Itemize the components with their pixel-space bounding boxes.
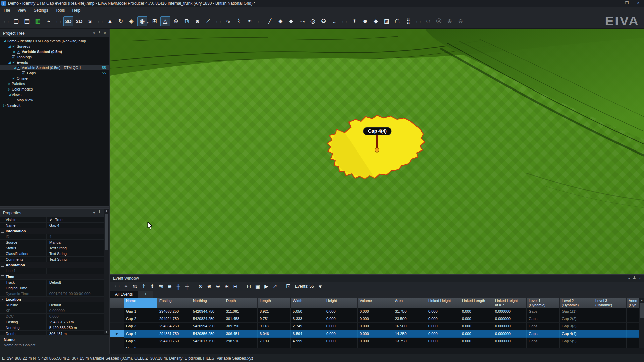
table-cell[interactable] xyxy=(560,345,593,348)
table-cell[interactable] xyxy=(593,315,627,323)
new-file-icon[interactable]: ▢ xyxy=(11,16,21,26)
table-cell[interactable]: 3.594 xyxy=(291,330,324,338)
copy-event-icon[interactable]: ⊡ xyxy=(245,283,253,290)
pin-icon[interactable]: ┸ xyxy=(633,276,636,281)
polygon-x-icon[interactable]: ✪ xyxy=(319,16,329,26)
profile-long-icon[interactable]: ≈ xyxy=(245,16,255,26)
cube-wireframe-icon[interactable]: ◈ xyxy=(126,16,137,26)
expander-closed-icon[interactable]: ▷ xyxy=(7,82,12,85)
table-cell[interactable]: 0.000 xyxy=(324,330,358,338)
table-cell[interactable]: 294554.250 xyxy=(157,323,191,330)
table-cell[interactable]: 3.333 xyxy=(291,315,324,323)
table-cell[interactable]: 0.000 xyxy=(460,308,493,315)
table-cell[interactable]: 5.050 xyxy=(291,308,324,315)
expander-open-icon[interactable]: ◢ xyxy=(7,61,12,64)
table-cell[interactable]: 5420944.750 xyxy=(191,308,224,315)
table-cell[interactable]: 0.000 xyxy=(324,308,358,315)
table-cell[interactable]: Gap 3 xyxy=(124,323,157,330)
tree-item[interactable]: ◢✓Events xyxy=(0,60,109,65)
brightness-icon[interactable]: ☀ xyxy=(350,16,360,26)
table-cell[interactable] xyxy=(627,308,639,315)
menu-item-file[interactable]: File xyxy=(0,7,14,14)
pin-horizontal-icon[interactable]: ↹ xyxy=(157,283,165,290)
table-cell[interactable]: 8.921 xyxy=(258,308,291,315)
table-cell[interactable]: 13.750 xyxy=(393,338,426,345)
table-cell[interactable]: 5420824.250 xyxy=(191,315,224,323)
view-3d-button[interactable]: 3D xyxy=(63,16,73,26)
expander-open-icon[interactable]: ◢ xyxy=(7,93,12,96)
table-cell[interactable]: 5420856.250 xyxy=(191,330,224,338)
lock-remove-icon[interactable]: ⊟ xyxy=(231,283,239,290)
property-group[interactable]: −Annotation xyxy=(0,262,109,268)
table-cell[interactable]: 0.000 xyxy=(358,338,393,345)
rect-caret-icon[interactable]: ⌅ xyxy=(329,16,339,26)
scrollbar-thumb[interactable] xyxy=(105,214,108,250)
pin-icon[interactable]: ┸ xyxy=(98,31,101,35)
table-cell[interactable]: 7.193 xyxy=(258,338,291,345)
table-cell[interactable] xyxy=(593,323,627,330)
tree-item[interactable]: ◢✓Variable Seabed (0.5m) - DTM QC 155 xyxy=(0,65,109,70)
table-cell[interactable]: Gap 4 xyxy=(124,330,157,338)
pin-icon[interactable]: ┸ xyxy=(98,210,101,215)
property-value[interactable]: 0.000 xyxy=(47,314,109,319)
table-cell[interactable] xyxy=(224,345,258,348)
table-cell[interactable] xyxy=(460,345,493,348)
waypoint-icon[interactable]: ⬥ xyxy=(276,16,286,26)
tree-item[interactable]: ◢✓Surveys xyxy=(0,44,109,49)
column-header-level-2-dynamic-[interactable]: Level 2 (Dynamic) xyxy=(560,298,593,308)
pointer-cone-icon[interactable]: ▲ xyxy=(105,16,115,26)
smiley-sad-icon[interactable]: ☹ xyxy=(434,16,444,26)
camera-icon[interactable]: ◙ xyxy=(193,16,203,26)
ruler-icon[interactable]: ⟋ xyxy=(203,16,213,26)
property-row[interactable]: SourceManual xyxy=(0,240,109,245)
table-cell[interactable]: 5421017.750 xyxy=(191,338,224,345)
tree-item[interactable]: ▷NaviEdit xyxy=(0,103,109,108)
column-header-name[interactable]: Name xyxy=(124,298,157,308)
event-table-vscrollbar[interactable]: ▲ xyxy=(639,298,644,348)
droplet-icon[interactable]: ◆ xyxy=(371,16,381,26)
column-header-northing[interactable]: Northing xyxy=(191,298,224,308)
add-tab-button[interactable]: + xyxy=(138,291,153,298)
property-row[interactable]: RunlineDefault xyxy=(0,302,109,308)
table-cell[interactable]: 5420994.250 xyxy=(191,323,224,330)
scroll-up-icon[interactable]: ▲ xyxy=(639,298,644,303)
column-header-volume[interactable]: Volume xyxy=(358,298,393,308)
table-cell[interactable]: Gap 5(5) xyxy=(560,338,593,345)
remove-point-icon[interactable]: ⊖ xyxy=(455,16,466,26)
table-row[interactable]: Gap 5294700.7505421017.750298.5167.1934.… xyxy=(110,338,644,345)
viewport-3d[interactable]: Gap 4(4) xyxy=(110,29,644,274)
table-cell[interactable]: 4.999 xyxy=(291,338,324,345)
property-row[interactable]: NameGap 4 xyxy=(0,223,109,228)
table-cell[interactable]: 0.000 xyxy=(324,315,358,323)
table-cell[interactable]: 0.000 xyxy=(358,308,393,315)
row-marker[interactable] xyxy=(110,338,124,345)
table-cell[interactable] xyxy=(627,345,639,348)
scatter-points-icon[interactable]: ⋇ xyxy=(166,283,174,290)
table-cell[interactable]: Gaps xyxy=(527,338,560,345)
tree-checkbox[interactable]: ✓ xyxy=(17,66,20,70)
collapse-box-icon[interactable]: − xyxy=(1,264,4,267)
table-cell[interactable]: 0.000 xyxy=(358,315,393,323)
table-cell[interactable]: 14.250 xyxy=(393,330,426,338)
menu-item-settings[interactable]: Settings xyxy=(30,7,52,14)
open-external-icon[interactable]: ↗ xyxy=(271,283,279,290)
tree-item[interactable]: ▷✓Variable Seabed (0.5m) xyxy=(0,49,109,54)
tree-item[interactable]: ▷Palettes xyxy=(0,81,109,86)
globe-icon[interactable]: ⊕ xyxy=(171,16,181,26)
property-value[interactable]: Text String xyxy=(47,251,109,256)
table-row[interactable]: Gap 2294924.7505420824.250301.4589.7513.… xyxy=(110,315,644,323)
menu-item-help[interactable]: Help xyxy=(69,7,85,14)
table-cell[interactable]: 294924.750 xyxy=(157,315,191,323)
gradient-icon[interactable]: ▨ xyxy=(382,16,392,26)
property-value[interactable]: 0001/01/01 00:00:00.000 xyxy=(47,291,109,296)
table-cell[interactable] xyxy=(191,345,224,348)
export-image-icon[interactable]: ▣ xyxy=(254,283,262,290)
table-cell[interactable]: 0.000 xyxy=(460,315,493,323)
globe-pin-icon[interactable]: ⊛ xyxy=(197,283,205,290)
column-header-height[interactable]: Height xyxy=(324,298,358,308)
table-cell[interactable]: 294700.750 xyxy=(157,338,191,345)
line-tool-icon[interactable]: ╱ xyxy=(265,16,275,26)
table-cell[interactable]: 2.749 xyxy=(291,323,324,330)
column-header-linked-height-at-kp[interactable]: Linked Height at KP xyxy=(493,298,527,308)
property-row[interactable]: StatusText String xyxy=(0,245,109,251)
